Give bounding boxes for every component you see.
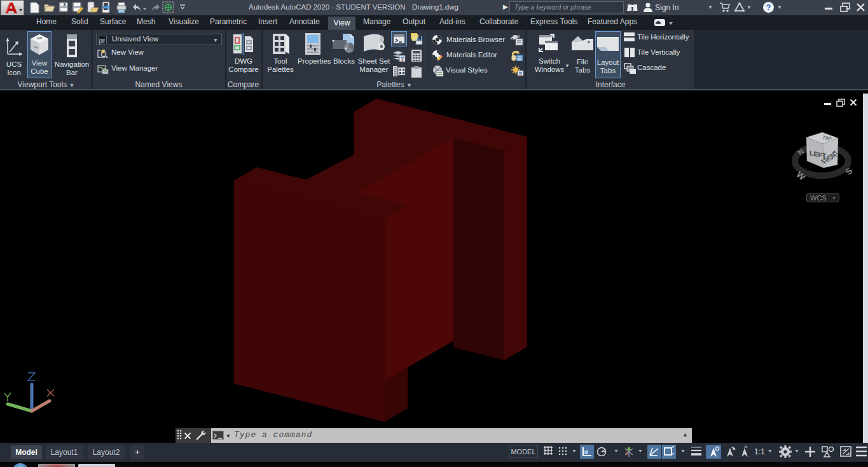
svg-text:S: S <box>844 166 855 177</box>
svg-text:1:1: 1:1 <box>754 447 765 456</box>
